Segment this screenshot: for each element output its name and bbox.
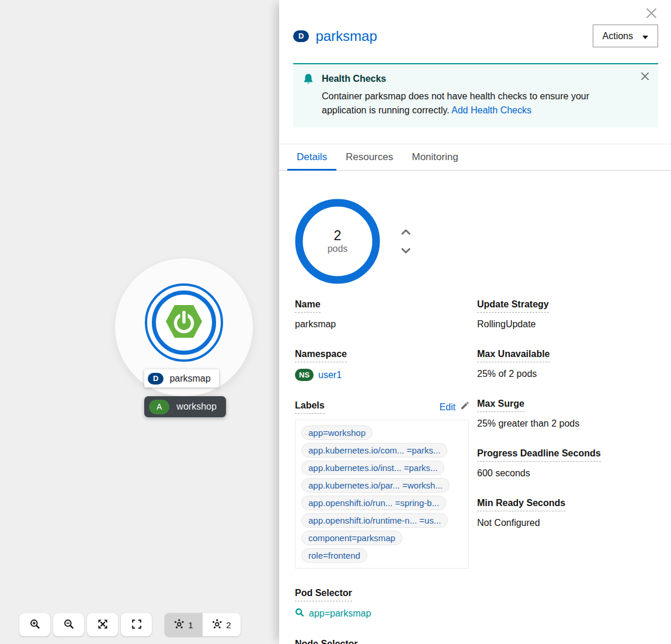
detail-max-surge: Max Surge 25% greater than 2 pods xyxy=(477,399,658,429)
progress-deadline-label: Progress Deadline Seconds xyxy=(477,448,601,462)
update-strategy-value: RollingUpdate xyxy=(477,319,658,330)
deployment-badge: D xyxy=(293,30,309,42)
label-chip[interactable]: app.openshift.io/run... =spring-b... xyxy=(301,496,446,510)
layout-1-button[interactable]: 1 xyxy=(165,613,203,636)
max-unavailable-label: Max Unavailable xyxy=(477,349,550,362)
node-selector-label: Node Selector xyxy=(295,639,358,644)
max-surge-value: 25% greater than 2 pods xyxy=(477,418,658,429)
pod-count: 2 xyxy=(334,228,342,243)
update-strategy-label: Update Strategy xyxy=(477,299,549,313)
labels-list: app=workshop app.kubernetes.io/com... =p… xyxy=(295,420,469,569)
alert-title: Health Checks xyxy=(322,73,632,84)
zoom-out-button[interactable] xyxy=(53,613,84,636)
tab-details[interactable]: Details xyxy=(287,144,336,170)
layout-1-label: 1 xyxy=(188,620,193,630)
detail-pod-selector: Pod Selector app=parksmap xyxy=(295,588,477,619)
zoom-out-icon xyxy=(64,619,74,631)
label-chip[interactable]: app.kubernetes.io/com... =parks... xyxy=(301,443,447,458)
zoom-in-button[interactable] xyxy=(19,613,50,636)
search-icon xyxy=(295,608,304,619)
label-chip[interactable]: app.kubernetes.io/par... =worksh... xyxy=(301,478,450,493)
tab-monitoring[interactable]: Monitoring xyxy=(402,144,467,170)
deployment-node[interactable] xyxy=(152,290,216,355)
pods-donut[interactable]: 2 pods xyxy=(295,199,380,284)
detail-namespace: Namespace NS user1 xyxy=(295,349,477,381)
label-chip[interactable]: app=workshop xyxy=(301,425,373,440)
detail-labels: Labels Edit app=workshop xyxy=(295,400,477,569)
max-surge-label: Max Surge xyxy=(477,399,524,412)
label-chip[interactable]: app.openshift.io/runtime-n... =us... xyxy=(301,513,448,528)
caret-down-icon xyxy=(642,31,648,41)
add-health-checks-link[interactable]: Add Health Checks xyxy=(451,105,531,115)
name-value: parksmap xyxy=(295,319,477,330)
topology-canvas[interactable]: D parksmap A workshop xyxy=(0,0,279,644)
min-ready-label: Min Ready Seconds xyxy=(477,498,565,511)
scale-down-button[interactable] xyxy=(401,248,411,254)
name-label: Name xyxy=(295,299,321,313)
spring-boot-icon xyxy=(165,304,203,341)
pod-selector-label: Pod Selector xyxy=(295,588,352,601)
topology-layout-icon xyxy=(212,619,222,631)
detail-name: Name parksmap xyxy=(295,299,477,330)
namespace-badge: NS xyxy=(295,369,314,381)
layout-2-label: 2 xyxy=(226,620,231,630)
topology-layout-icon xyxy=(174,619,184,631)
fullscreen-icon xyxy=(131,619,142,631)
close-icon[interactable] xyxy=(645,7,657,19)
layout-2-button[interactable]: 2 xyxy=(203,613,241,636)
node-label[interactable]: D parksmap xyxy=(144,369,219,387)
pencil-icon xyxy=(460,401,469,413)
actions-label: Actions xyxy=(603,31,633,41)
fit-to-screen-button[interactable] xyxy=(87,613,118,636)
detail-min-ready: Min Ready Seconds Not Configured xyxy=(477,498,658,528)
node-label-text: parksmap xyxy=(169,373,210,384)
detail-node-selector: Node Selector xyxy=(295,639,477,644)
health-checks-alert: Health Checks Container parksmap does no… xyxy=(293,63,658,127)
label-chip[interactable]: app.kubernetes.io/inst... =parks... xyxy=(301,461,444,475)
progress-deadline-value: 600 seconds xyxy=(477,468,658,479)
edit-labels-button[interactable]: Edit xyxy=(439,401,469,413)
expand-arrows-icon xyxy=(98,619,108,631)
deployment-badge: D xyxy=(148,373,164,385)
page-title[interactable]: parksmap xyxy=(315,28,377,44)
chevron-up-icon xyxy=(401,228,411,237)
detail-update-strategy: Update Strategy RollingUpdate xyxy=(477,299,658,330)
labels-label: Labels xyxy=(295,400,325,414)
canvas-controls: 1 2 xyxy=(19,613,241,636)
details-tab-content: 2 pods xyxy=(279,171,671,644)
layout-toggle-group: 1 2 xyxy=(165,613,241,636)
alert-close-icon[interactable] xyxy=(641,72,649,82)
detail-progress-deadline: Progress Deadline Seconds 600 seconds xyxy=(477,448,658,479)
tab-resources[interactable]: Resources xyxy=(336,144,402,170)
zoom-in-icon xyxy=(30,619,40,631)
alert-body: Container parksmap does not have health … xyxy=(322,89,632,117)
min-ready-value: Not Configured xyxy=(477,518,658,528)
application-label-text: workshop xyxy=(176,401,216,412)
namespace-label: Namespace xyxy=(295,349,347,362)
pod-selector-link[interactable]: app=parksmap xyxy=(295,608,371,619)
pod-unit-label: pods xyxy=(328,244,348,254)
fullscreen-button[interactable] xyxy=(121,613,152,636)
panel-header: D parksmap Actions Health Checks Co xyxy=(279,0,671,144)
bell-icon xyxy=(303,73,314,117)
side-panel: D parksmap Actions Health Checks Co xyxy=(279,0,671,644)
application-label[interactable]: A workshop xyxy=(144,396,226,417)
application-badge: A xyxy=(149,400,169,414)
label-chip[interactable]: component=parksmap xyxy=(301,531,402,545)
scale-up-button[interactable] xyxy=(401,229,411,235)
chevron-down-icon xyxy=(401,247,411,255)
label-chip[interactable]: role=frontend xyxy=(301,548,367,563)
namespace-link[interactable]: user1 xyxy=(318,370,342,380)
panel-tabs: Details Resources Monitoring xyxy=(279,144,671,171)
max-unavailable-value: 25% of 2 pods xyxy=(477,369,658,379)
detail-max-unavailable: Max Unavailable 25% of 2 pods xyxy=(477,349,658,379)
actions-dropdown-button[interactable]: Actions xyxy=(593,25,658,47)
